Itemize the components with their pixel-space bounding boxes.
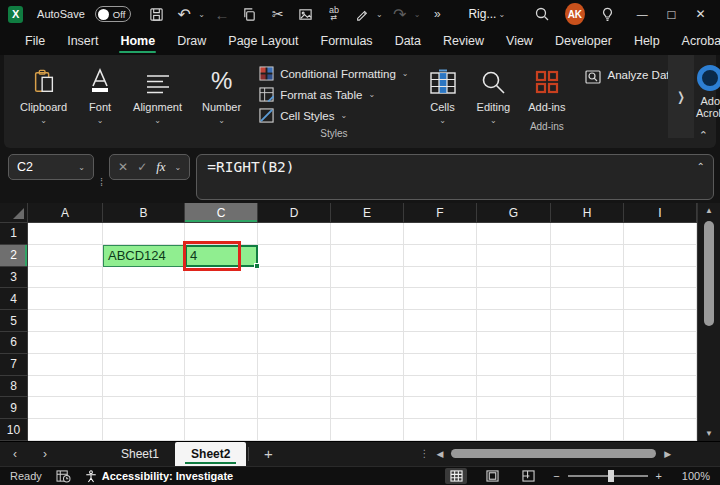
cell-C6[interactable]: [185, 332, 258, 354]
zoom-in-button[interactable]: +: [656, 470, 662, 482]
cell-A8[interactable]: [28, 376, 103, 398]
cancel-icon[interactable]: ✕: [118, 160, 128, 174]
column-header-B[interactable]: B: [103, 203, 185, 223]
format-as-table-button[interactable]: Format as Table ⌄: [259, 84, 408, 105]
cell-G4[interactable]: [477, 288, 551, 310]
cell-A9[interactable]: [28, 397, 103, 419]
cell-F7[interactable]: [404, 354, 477, 376]
cell-H10[interactable]: [551, 419, 624, 441]
cell-A7[interactable]: [28, 354, 103, 376]
maximize-button[interactable]: □: [660, 3, 683, 25]
cell-I5[interactable]: [624, 310, 697, 332]
cell-I8[interactable]: [624, 376, 697, 398]
cell-C9[interactable]: [185, 397, 258, 419]
paste-picture-icon[interactable]: [295, 3, 317, 25]
row-header-1[interactable]: 1: [0, 223, 28, 245]
minimize-button[interactable]: —: [631, 3, 654, 25]
cell-E8[interactable]: [331, 376, 404, 398]
zoom-level[interactable]: 100%: [676, 470, 710, 482]
column-header-H[interactable]: H: [551, 203, 624, 223]
scroll-right-icon[interactable]: ▶: [664, 449, 671, 459]
cell-H5[interactable]: [551, 310, 624, 332]
cell-D2[interactable]: [258, 245, 331, 267]
ribbon-group-cells[interactable]: Cells ⌄: [419, 61, 467, 144]
cell-G10[interactable]: [477, 419, 551, 441]
cell-I2[interactable]: [624, 245, 697, 267]
cell-B3[interactable]: [103, 267, 185, 289]
row-header-8[interactable]: 8: [0, 376, 28, 398]
scroll-down-icon[interactable]: ▼: [705, 429, 713, 438]
menu-tab-acrobat[interactable]: Acrobat: [671, 30, 720, 54]
cell-G6[interactable]: [477, 332, 551, 354]
cell-D10[interactable]: [258, 419, 331, 441]
menu-tab-page-layout[interactable]: Page Layout: [217, 30, 309, 54]
sheet-tab-sheet1[interactable]: Sheet1: [105, 442, 175, 466]
search-icon[interactable]: [531, 3, 553, 25]
scroll-up-icon[interactable]: ▲: [705, 206, 713, 215]
cell-E3[interactable]: [331, 267, 404, 289]
excel-logo-icon[interactable]: X: [8, 6, 23, 23]
cell-H1[interactable]: [551, 223, 624, 245]
row-header-6[interactable]: 6: [0, 332, 28, 354]
name-box[interactable]: C2 ⌄: [8, 154, 94, 180]
menu-tab-help[interactable]: Help: [623, 30, 671, 54]
cell-I3[interactable]: [624, 267, 697, 289]
cell-A4[interactable]: [28, 288, 103, 310]
cell-D7[interactable]: [258, 354, 331, 376]
cell-G8[interactable]: [477, 376, 551, 398]
row-header-4[interactable]: 4: [0, 288, 28, 310]
menu-tab-data[interactable]: Data: [384, 30, 432, 54]
cell-G3[interactable]: [477, 267, 551, 289]
cell-I9[interactable]: [624, 397, 697, 419]
column-header-G[interactable]: G: [477, 203, 551, 223]
cell-E10[interactable]: [331, 419, 404, 441]
cell-I1[interactable]: [624, 223, 697, 245]
cell-C7[interactable]: [185, 354, 258, 376]
cell-G1[interactable]: [477, 223, 551, 245]
lightbulb-icon[interactable]: [597, 3, 619, 25]
menu-tab-view[interactable]: View: [495, 30, 544, 54]
zoom-slider-thumb[interactable]: [608, 470, 614, 482]
cell-D6[interactable]: [258, 332, 331, 354]
cell-B2[interactable]: ABCD124: [103, 245, 185, 267]
cell-A10[interactable]: [28, 419, 103, 441]
cell-F3[interactable]: [404, 267, 477, 289]
normal-view-button[interactable]: [445, 468, 467, 484]
cell-F4[interactable]: [404, 288, 477, 310]
collapse-ribbon-icon[interactable]: ⌃: [699, 129, 708, 142]
cell-C4[interactable]: [185, 288, 258, 310]
row-header-2[interactable]: 2: [0, 245, 28, 267]
sheet-tab-sheet2[interactable]: Sheet2: [175, 442, 246, 466]
cell-D1[interactable]: [258, 223, 331, 245]
column-header-C[interactable]: C: [185, 203, 258, 223]
row-header-7[interactable]: 7: [0, 354, 28, 376]
close-button[interactable]: ✕: [689, 3, 712, 25]
vertical-scroll-thumb[interactable]: [704, 221, 714, 326]
fill-handle[interactable]: [254, 263, 260, 269]
cell-G2[interactable]: [477, 245, 551, 267]
column-header-E[interactable]: E: [331, 203, 404, 223]
cell-B6[interactable]: [103, 332, 185, 354]
undo-chevron-icon[interactable]: ⌄: [198, 10, 205, 19]
cell-E5[interactable]: [331, 310, 404, 332]
cell-B7[interactable]: [103, 354, 185, 376]
cell-E6[interactable]: [331, 332, 404, 354]
cell-I4[interactable]: [624, 288, 697, 310]
cell-A1[interactable]: [28, 223, 103, 245]
cell-I7[interactable]: [624, 354, 697, 376]
conditional-formatting-button[interactable]: Conditional Formatting ⌄: [259, 63, 408, 84]
cell-C2[interactable]: 4: [185, 245, 258, 267]
cell-B1[interactable]: [103, 223, 185, 245]
select-all-button[interactable]: [0, 203, 28, 223]
cell-D4[interactable]: [258, 288, 331, 310]
cell-C8[interactable]: [185, 376, 258, 398]
column-header-F[interactable]: F: [404, 203, 477, 223]
ribbon-group-clipboard[interactable]: Clipboard ⌄: [10, 61, 77, 144]
cell-F2[interactable]: [404, 245, 477, 267]
cell-E4[interactable]: [331, 288, 404, 310]
cell-A3[interactable]: [28, 267, 103, 289]
menu-tab-developer[interactable]: Developer: [544, 30, 623, 54]
cell-B8[interactable]: [103, 376, 185, 398]
accessibility-status[interactable]: Accessibility: Investigate: [85, 470, 233, 483]
cell-B4[interactable]: [103, 288, 185, 310]
